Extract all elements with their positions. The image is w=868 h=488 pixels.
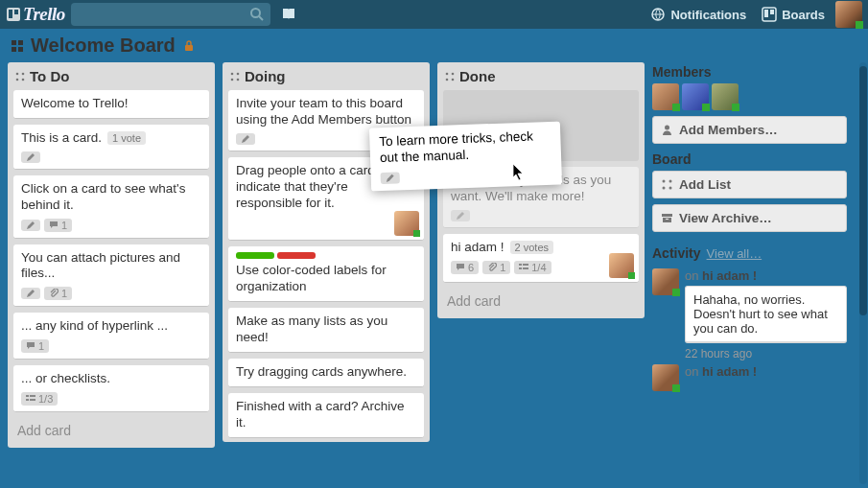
card-title: ... or checklists. (21, 371, 201, 387)
guide-button[interactable] (276, 4, 301, 25)
notifications-button[interactable]: Notifications (645, 4, 751, 25)
card[interactable]: Click on a card to see what's behind it.… (13, 175, 209, 239)
card-member-avatar[interactable] (394, 211, 419, 236)
svg-rect-40 (663, 218, 671, 222)
activity-line: on hi adam ! (685, 364, 847, 379)
label-red (277, 252, 316, 259)
status-badge (628, 272, 635, 279)
add-members-button[interactable]: Add Members… (652, 116, 847, 144)
list-done: Done Use as many boards as you want. We'… (437, 62, 645, 318)
app-header: Trello Notifications Boards (0, 0, 868, 29)
search-input[interactable] (77, 8, 249, 22)
vote-badge: 2 votes (510, 241, 553, 254)
activity-comment: Hahaha, no worries. Doesn't hurt to see … (685, 286, 847, 343)
svg-point-27 (452, 72, 455, 75)
svg-point-15 (22, 72, 25, 75)
activity-avatar[interactable] (652, 268, 679, 295)
card-title: Invite your team to this board using the… (236, 96, 416, 128)
grip-icon (661, 178, 673, 191)
card-labels (236, 252, 416, 259)
scrollbar-thumb[interactable] (859, 66, 867, 315)
comments-badge: 6 (451, 261, 479, 274)
svg-rect-2 (14, 10, 18, 14)
attachment-badge: 1 (482, 261, 510, 274)
logo-text: Trello (23, 4, 65, 25)
svg-rect-8 (770, 10, 774, 14)
comments-badge: 1 (44, 219, 72, 232)
card[interactable]: hi adam ! 2 votes 6 1 1/4 (443, 234, 639, 283)
board-heading: Board (652, 151, 847, 167)
add-card-button[interactable]: Add card (8, 416, 215, 448)
board-grip-icon (10, 38, 25, 54)
scrollbar[interactable] (859, 62, 867, 484)
list-title: Doing (245, 68, 286, 84)
list-title: Done (459, 68, 496, 84)
svg-rect-39 (662, 214, 672, 217)
activity-item: on hi adam ! (652, 364, 847, 391)
card-title: Make as many lists as you need! (236, 314, 416, 346)
svg-rect-20 (26, 399, 29, 401)
svg-line-4 (259, 16, 263, 20)
add-card-button[interactable]: Add card (437, 287, 645, 318)
card[interactable]: Try dragging cards anywhere. (228, 359, 424, 387)
list-header[interactable]: To Do (8, 62, 215, 90)
member-avatar[interactable] (652, 83, 679, 110)
card[interactable]: Use color-coded labels for organization (228, 246, 424, 302)
svg-rect-11 (12, 47, 16, 52)
edit-badge (236, 133, 255, 145)
card-member-avatar[interactable] (609, 253, 634, 278)
svg-point-34 (665, 126, 669, 130)
card[interactable]: ... any kind of hyperlink ... 1 (13, 313, 209, 360)
status-badge (856, 21, 863, 29)
activity-target[interactable]: hi adam ! (702, 268, 757, 283)
attachment-badge: 1 (44, 287, 72, 300)
board-title[interactable]: Welcome Board (10, 35, 176, 57)
svg-point-3 (251, 9, 260, 17)
member-avatar[interactable] (682, 83, 709, 110)
dragged-card[interactable]: To learn more tricks, check out the manu… (369, 122, 562, 192)
card-title: Use color-coded labels for organization (236, 263, 416, 295)
svg-rect-10 (18, 40, 23, 45)
activity-target[interactable]: hi adam ! (702, 364, 757, 379)
paperclip-icon (49, 289, 59, 298)
activity-avatar[interactable] (652, 364, 679, 391)
user-icon (661, 124, 673, 136)
card[interactable]: This is a card. 1 vote (13, 125, 209, 170)
member-avatar[interactable] (712, 83, 739, 110)
svg-rect-32 (519, 267, 522, 269)
card[interactable]: Make as many lists as you need! (228, 308, 424, 353)
boards-label: Boards (782, 8, 825, 22)
edit-badge (451, 210, 470, 221)
trello-icon (6, 7, 21, 22)
logo[interactable]: Trello (6, 4, 65, 25)
vote-badge: 1 vote (107, 131, 146, 145)
edit-badge (381, 172, 400, 184)
add-list-label: Add List (679, 177, 731, 192)
boards-button[interactable]: Boards (757, 4, 830, 25)
view-all-link[interactable]: View all… (707, 246, 762, 261)
svg-point-14 (16, 72, 19, 75)
card[interactable]: Finished with a card? Archive it. (228, 393, 424, 438)
svg-point-22 (231, 72, 234, 75)
card[interactable]: ... or checklists. 1/3 (13, 365, 209, 412)
list-header[interactable]: Done (437, 62, 645, 90)
view-archive-button[interactable]: View Archive… (652, 204, 847, 232)
svg-rect-33 (523, 267, 528, 269)
card[interactable]: You can attach pictures and files... 1 (13, 244, 209, 308)
pencil-icon (241, 134, 250, 144)
card-title: hi adam ! (451, 240, 504, 256)
label-green (236, 252, 274, 259)
search-box[interactable] (71, 3, 270, 26)
user-avatar[interactable] (835, 1, 862, 28)
status-badge (413, 230, 420, 237)
svg-point-36 (669, 180, 672, 183)
list-header[interactable]: Doing (223, 62, 430, 90)
card-title: You can attach pictures and files... (21, 250, 201, 283)
archive-icon (661, 212, 673, 224)
card[interactable]: Welcome to Trello! (13, 90, 209, 119)
checklist-badge: 1/3 (21, 392, 58, 406)
board-header: Welcome Board (0, 29, 868, 62)
add-list-button[interactable]: Add List (652, 171, 847, 198)
card-title: This is a card. (21, 130, 102, 147)
pencil-icon (26, 289, 35, 298)
